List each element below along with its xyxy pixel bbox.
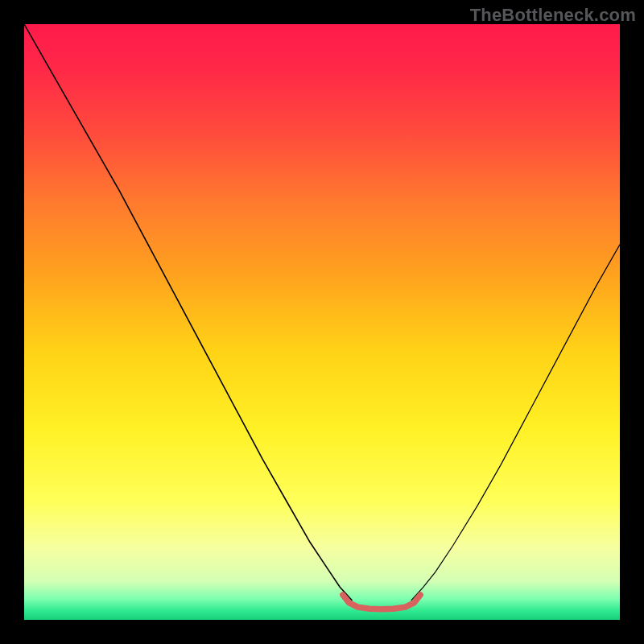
chart-frame: TheBottleneck.com	[0, 0, 644, 644]
plot-area	[24, 24, 620, 620]
chart-svg	[24, 24, 620, 620]
watermark-label: TheBottleneck.com	[470, 5, 636, 26]
gradient-background	[24, 24, 620, 620]
